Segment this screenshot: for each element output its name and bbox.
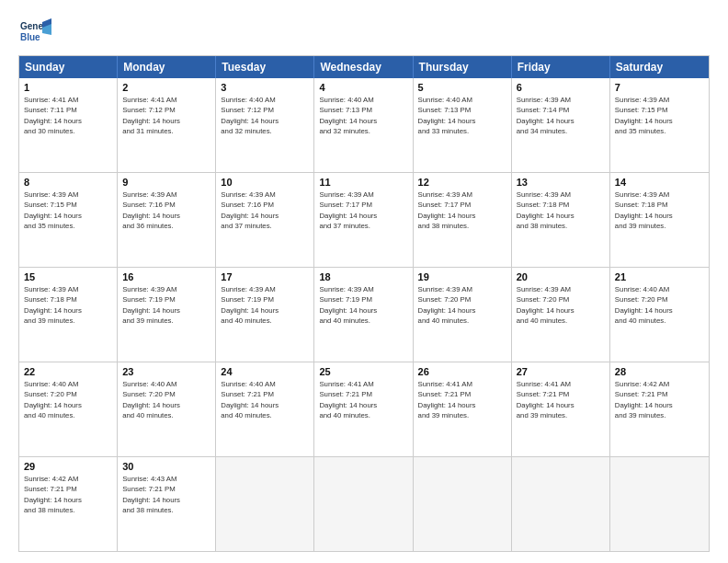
calendar-cell: 6Sunrise: 4:39 AM Sunset: 7:14 PM Daylig… (512, 78, 610, 172)
day-info: Sunrise: 4:39 AM Sunset: 7:15 PM Dayligh… (615, 95, 704, 136)
calendar-cell: 1Sunrise: 4:41 AM Sunset: 7:11 PM Daylig… (19, 78, 118, 172)
day-number: 23 (122, 366, 210, 377)
day-number: 19 (418, 271, 506, 282)
calendar: SundayMondayTuesdayWednesdayThursdayFrid… (18, 55, 710, 552)
day-info: Sunrise: 4:41 AM Sunset: 7:21 PM Dayligh… (517, 379, 605, 420)
calendar-cell (314, 457, 413, 551)
day-number: 11 (319, 177, 407, 188)
page: General Blue SundayMondayTuesdayWednesda… (0, 0, 728, 563)
calendar-row-1: 8Sunrise: 4:39 AM Sunset: 7:15 PM Daylig… (19, 172, 709, 267)
day-info: Sunrise: 4:42 AM Sunset: 7:21 PM Dayligh… (24, 474, 112, 515)
calendar-cell: 29Sunrise: 4:42 AM Sunset: 7:21 PM Dayli… (19, 457, 118, 551)
day-info: Sunrise: 4:39 AM Sunset: 7:20 PM Dayligh… (517, 284, 605, 326)
day-number: 3 (221, 82, 309, 93)
calendar-cell (610, 457, 709, 551)
header-day-tuesday: Tuesday (216, 56, 314, 78)
calendar-cell: 5Sunrise: 4:40 AM Sunset: 7:13 PM Daylig… (414, 78, 512, 172)
calendar-cell: 26Sunrise: 4:41 AM Sunset: 7:21 PM Dayli… (414, 362, 512, 456)
day-number: 17 (221, 271, 309, 282)
day-number: 21 (615, 271, 704, 282)
header-day-thursday: Thursday (414, 56, 512, 78)
day-info: Sunrise: 4:41 AM Sunset: 7:12 PM Dayligh… (122, 95, 210, 136)
header: General Blue (18, 15, 710, 48)
calendar-row-3: 22Sunrise: 4:40 AM Sunset: 7:20 PM Dayli… (19, 362, 709, 456)
calendar-cell (216, 457, 314, 551)
day-number: 20 (517, 271, 605, 282)
day-number: 14 (615, 177, 704, 188)
day-number: 18 (319, 271, 407, 282)
calendar-cell: 13Sunrise: 4:39 AM Sunset: 7:18 PM Dayli… (512, 173, 610, 267)
header-day-saturday: Saturday (610, 56, 709, 78)
day-info: Sunrise: 4:39 AM Sunset: 7:18 PM Dayligh… (517, 190, 605, 231)
day-info: Sunrise: 4:39 AM Sunset: 7:18 PM Dayligh… (615, 190, 704, 231)
day-info: Sunrise: 4:43 AM Sunset: 7:21 PM Dayligh… (122, 474, 210, 515)
day-number: 25 (319, 366, 407, 377)
day-info: Sunrise: 4:39 AM Sunset: 7:19 PM Dayligh… (221, 284, 309, 326)
day-number: 8 (24, 177, 112, 188)
logo-icon: General Blue (18, 15, 51, 48)
header-day-monday: Monday (118, 56, 216, 78)
calendar-body: 1Sunrise: 4:41 AM Sunset: 7:11 PM Daylig… (19, 78, 709, 551)
calendar-cell: 2Sunrise: 4:41 AM Sunset: 7:12 PM Daylig… (118, 78, 216, 172)
day-number: 24 (221, 366, 309, 377)
calendar-cell: 8Sunrise: 4:39 AM Sunset: 7:15 PM Daylig… (19, 173, 118, 267)
day-number: 28 (615, 366, 704, 377)
day-info: Sunrise: 4:39 AM Sunset: 7:19 PM Dayligh… (122, 284, 210, 326)
calendar-header: SundayMondayTuesdayWednesdayThursdayFrid… (19, 56, 709, 78)
calendar-cell: 7Sunrise: 4:39 AM Sunset: 7:15 PM Daylig… (610, 78, 709, 172)
calendar-cell: 30Sunrise: 4:43 AM Sunset: 7:21 PM Dayli… (118, 457, 216, 551)
day-number: 4 (319, 82, 407, 93)
day-info: Sunrise: 4:39 AM Sunset: 7:15 PM Dayligh… (24, 190, 112, 231)
header-day-sunday: Sunday (19, 56, 118, 78)
header-day-friday: Friday (512, 56, 610, 78)
day-info: Sunrise: 4:39 AM Sunset: 7:18 PM Dayligh… (24, 284, 112, 326)
day-number: 9 (122, 177, 210, 188)
day-info: Sunrise: 4:39 AM Sunset: 7:16 PM Dayligh… (122, 190, 210, 231)
day-info: Sunrise: 4:40 AM Sunset: 7:20 PM Dayligh… (122, 379, 210, 420)
day-number: 29 (24, 461, 112, 472)
calendar-cell: 17Sunrise: 4:39 AM Sunset: 7:19 PM Dayli… (216, 268, 314, 362)
day-info: Sunrise: 4:40 AM Sunset: 7:20 PM Dayligh… (615, 284, 704, 326)
day-info: Sunrise: 4:41 AM Sunset: 7:21 PM Dayligh… (319, 379, 407, 420)
day-info: Sunrise: 4:39 AM Sunset: 7:17 PM Dayligh… (418, 190, 506, 231)
calendar-cell: 4Sunrise: 4:40 AM Sunset: 7:13 PM Daylig… (314, 78, 413, 172)
logo: General Blue (18, 15, 55, 48)
day-info: Sunrise: 4:39 AM Sunset: 7:14 PM Dayligh… (517, 95, 605, 136)
calendar-cell: 28Sunrise: 4:42 AM Sunset: 7:21 PM Dayli… (610, 362, 709, 456)
calendar-cell: 24Sunrise: 4:40 AM Sunset: 7:21 PM Dayli… (216, 362, 314, 456)
day-number: 1 (24, 82, 112, 93)
day-info: Sunrise: 4:40 AM Sunset: 7:21 PM Dayligh… (221, 379, 309, 420)
calendar-row-0: 1Sunrise: 4:41 AM Sunset: 7:11 PM Daylig… (19, 78, 709, 172)
calendar-cell: 14Sunrise: 4:39 AM Sunset: 7:18 PM Dayli… (610, 173, 709, 267)
day-info: Sunrise: 4:42 AM Sunset: 7:21 PM Dayligh… (615, 379, 704, 420)
day-info: Sunrise: 4:39 AM Sunset: 7:19 PM Dayligh… (319, 284, 407, 326)
calendar-cell: 15Sunrise: 4:39 AM Sunset: 7:18 PM Dayli… (19, 268, 118, 362)
day-number: 12 (418, 177, 506, 188)
day-info: Sunrise: 4:40 AM Sunset: 7:20 PM Dayligh… (24, 379, 112, 420)
day-number: 16 (122, 271, 210, 282)
day-number: 6 (517, 82, 605, 93)
day-info: Sunrise: 4:40 AM Sunset: 7:12 PM Dayligh… (221, 95, 309, 136)
day-number: 2 (122, 82, 210, 93)
day-info: Sunrise: 4:41 AM Sunset: 7:21 PM Dayligh… (418, 379, 506, 420)
day-info: Sunrise: 4:41 AM Sunset: 7:11 PM Dayligh… (24, 95, 112, 136)
calendar-cell (512, 457, 610, 551)
day-number: 10 (221, 177, 309, 188)
calendar-cell: 20Sunrise: 4:39 AM Sunset: 7:20 PM Dayli… (512, 268, 610, 362)
calendar-cell: 3Sunrise: 4:40 AM Sunset: 7:12 PM Daylig… (216, 78, 314, 172)
day-number: 7 (615, 82, 704, 93)
day-number: 22 (24, 366, 112, 377)
calendar-cell: 12Sunrise: 4:39 AM Sunset: 7:17 PM Dayli… (414, 173, 512, 267)
svg-text:Blue: Blue (20, 32, 40, 42)
header-day-wednesday: Wednesday (314, 56, 413, 78)
day-info: Sunrise: 4:39 AM Sunset: 7:16 PM Dayligh… (221, 190, 309, 231)
day-info: Sunrise: 4:40 AM Sunset: 7:13 PM Dayligh… (319, 95, 407, 136)
day-number: 27 (517, 366, 605, 377)
day-number: 15 (24, 271, 112, 282)
day-number: 26 (418, 366, 506, 377)
calendar-cell: 23Sunrise: 4:40 AM Sunset: 7:20 PM Dayli… (118, 362, 216, 456)
calendar-cell: 25Sunrise: 4:41 AM Sunset: 7:21 PM Dayli… (314, 362, 413, 456)
calendar-cell: 19Sunrise: 4:39 AM Sunset: 7:20 PM Dayli… (414, 268, 512, 362)
calendar-cell: 21Sunrise: 4:40 AM Sunset: 7:20 PM Dayli… (610, 268, 709, 362)
day-number: 30 (122, 461, 210, 472)
